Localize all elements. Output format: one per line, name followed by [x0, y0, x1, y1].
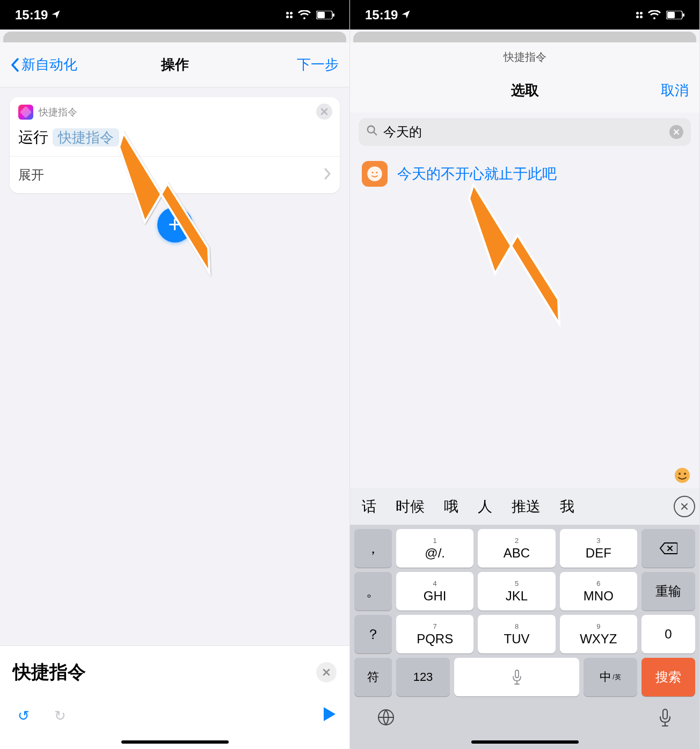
- dictation-icon[interactable]: [658, 708, 673, 732]
- home-indicator[interactable]: [121, 740, 229, 744]
- svg-point-11: [679, 473, 681, 475]
- picker-navbar: 选取 取消: [350, 68, 699, 113]
- location-icon: [51, 8, 61, 23]
- key-0[interactable]: 0: [641, 615, 695, 653]
- shortcut-picker[interactable]: 快捷指令: [53, 128, 119, 146]
- candidate[interactable]: 时候: [388, 495, 432, 518]
- clear-search-button[interactable]: [669, 125, 683, 139]
- status-bar: 15:19: [0, 0, 349, 30]
- picker-title: 选取: [350, 81, 699, 100]
- svg-rect-15: [663, 709, 667, 719]
- right-column: 重输 0: [641, 529, 695, 653]
- remove-action-button[interactable]: [316, 104, 332, 120]
- add-action-button[interactable]: +: [157, 207, 193, 243]
- result-label: 今天的不开心就止于此吧: [397, 164, 557, 183]
- location-icon: [401, 8, 411, 23]
- key-6[interactable]: 6MNO: [560, 572, 637, 611]
- key-grid: 1@/. 2ABC 3DEF 4GHI 5JKL 6MNO 7PQRS 8TUV…: [396, 529, 637, 653]
- result-item[interactable]: 今天的不开心就止于此吧: [350, 152, 699, 195]
- annotation-arrow: [463, 174, 581, 337]
- key-7[interactable]: 7PQRS: [396, 615, 473, 653]
- candidate[interactable]: 人: [470, 495, 500, 518]
- back-label: 新自动化: [21, 55, 77, 74]
- expand-row[interactable]: 展开: [10, 156, 340, 193]
- svg-rect-1: [317, 12, 325, 18]
- key-3[interactable]: 3DEF: [560, 529, 637, 568]
- run-label: 运行: [18, 129, 48, 145]
- chevron-left-icon: [11, 58, 19, 72]
- status-bar: 15:19: [350, 0, 699, 30]
- next-button[interactable]: 下一步: [297, 55, 339, 74]
- candidate[interactable]: 哦: [436, 495, 466, 518]
- candidate[interactable]: 话: [354, 495, 384, 518]
- cellular-signal-icon: [286, 12, 293, 18]
- language-key[interactable]: 中/英: [584, 658, 637, 696]
- keyboard-footer: [350, 701, 699, 736]
- candidate[interactable]: 推送: [504, 495, 548, 518]
- svg-point-8: [372, 172, 374, 173]
- home-indicator[interactable]: [471, 740, 579, 744]
- cancel-button[interactable]: 取消: [661, 81, 689, 100]
- back-button[interactable]: 新自动化: [11, 55, 77, 74]
- retype-key[interactable]: 重输: [641, 572, 695, 611]
- candidate-delete-button[interactable]: [674, 496, 695, 517]
- cellular-signal-icon: [636, 12, 643, 18]
- candidate-row: 话 时候 哦 人 推送 我: [350, 488, 699, 525]
- svg-rect-5: [683, 13, 684, 17]
- key-8[interactable]: 8TUV: [478, 615, 555, 653]
- space-key[interactable]: [454, 658, 579, 696]
- key-period[interactable]: 。: [354, 572, 392, 611]
- svg-rect-4: [667, 12, 675, 18]
- close-panel-button[interactable]: [316, 662, 337, 682]
- mini-title: 快捷指令: [350, 42, 699, 68]
- key-5[interactable]: 5JKL: [478, 572, 555, 611]
- globe-icon[interactable]: [377, 708, 395, 732]
- card-app-label: 快捷指令: [39, 106, 77, 119]
- battery-icon: [666, 11, 684, 19]
- svg-point-10: [675, 468, 690, 483]
- sheet-backdrop: [353, 32, 696, 42]
- action-body: 运行 快捷指令: [10, 123, 340, 156]
- navbar: 新自动化 操作 下一步: [0, 42, 349, 87]
- right-screenshot: 15:19 快捷指令 选取 取消 今天的: [350, 0, 700, 749]
- shortcut-icon: [362, 161, 388, 187]
- wifi-icon: [298, 10, 311, 20]
- backspace-key[interactable]: [641, 529, 695, 568]
- svg-point-7: [367, 166, 382, 181]
- numbers-key[interactable]: 123: [396, 658, 450, 696]
- keyboard-bottom-row: 符 123 中/英 搜索: [350, 658, 699, 701]
- chevron-right-icon: [324, 167, 331, 183]
- key-question[interactable]: ？: [354, 615, 392, 653]
- status-time: 15:19: [365, 8, 398, 23]
- mic-icon: [511, 669, 523, 685]
- bottom-title: 快捷指令: [13, 660, 86, 685]
- search-key[interactable]: 搜索: [641, 658, 695, 696]
- results-area: 今天的不开心就止于此吧: [350, 152, 699, 488]
- left-screenshot: 15:19 新自动化 操作 下一步: [0, 0, 350, 749]
- expand-label: 展开: [18, 166, 44, 183]
- undo-button[interactable]: ↺: [13, 705, 34, 726]
- wifi-icon: [648, 10, 661, 20]
- search-bar[interactable]: 今天的: [359, 118, 691, 146]
- run-button[interactable]: [323, 706, 337, 726]
- key-comma[interactable]: ，: [354, 529, 392, 568]
- svg-point-9: [376, 172, 377, 173]
- candidate[interactable]: 我: [552, 495, 582, 518]
- key-1[interactable]: 1@/.: [396, 529, 473, 568]
- search-input[interactable]: 今天的: [383, 123, 664, 141]
- key-9[interactable]: 9WXYZ: [560, 615, 637, 653]
- svg-rect-13: [515, 670, 519, 678]
- punctuation-column: ， 。 ？ ！: [354, 529, 392, 653]
- key-2[interactable]: 2ABC: [478, 529, 555, 568]
- keyboard: 话 时候 哦 人 推送 我 ， 。 ？ ！ 1@/. 2ABC 3DEF 4GH…: [350, 488, 699, 749]
- emoji-toggle[interactable]: [673, 466, 692, 485]
- symbols-key[interactable]: 符: [354, 658, 392, 696]
- search-icon: [366, 124, 378, 139]
- battery-icon: [316, 11, 334, 19]
- svg-point-12: [684, 473, 686, 475]
- bottom-panel: 快捷指令 ↺ ↻: [0, 645, 349, 749]
- sheet-backdrop: [3, 32, 346, 42]
- status-time: 15:19: [15, 8, 48, 23]
- redo-button: ↻: [49, 705, 71, 726]
- key-4[interactable]: 4GHI: [396, 572, 473, 611]
